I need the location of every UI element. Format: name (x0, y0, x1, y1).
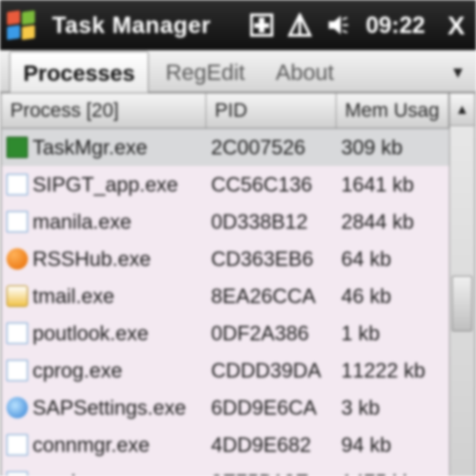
process-pid: 2C007526 (206, 136, 337, 159)
vertical-scrollbar[interactable]: ▲ (449, 93, 474, 476)
process-icon (7, 323, 28, 344)
process-mem: 64 kb (337, 247, 449, 271)
app-title: Task Manager (52, 12, 211, 39)
tab-about[interactable]: About (262, 50, 348, 92)
process-icon (7, 211, 28, 232)
scroll-up-button[interactable]: ▲ (450, 93, 474, 126)
process-name: RSSHub.exe (33, 247, 151, 271)
table-row[interactable]: SIPGT_app.exeCC56C1361641 kb (2, 166, 449, 203)
signal-icon[interactable] (286, 11, 314, 39)
process-name: connmgr.exe (33, 433, 150, 456)
table-row[interactable]: services.exe0E75B10E1475 kb (2, 463, 449, 476)
process-list-area: Process [20] PID Mem Usag TaskMgr.exe2C0… (0, 93, 476, 476)
process-pid: 0E75B10E (206, 470, 337, 476)
process-icon (7, 360, 28, 381)
process-pid: CDDD39DA (206, 359, 337, 382)
svg-line-8 (343, 31, 347, 33)
process-name: tmail.exe (33, 284, 114, 308)
system-titlebar: Task Manager 09:22 X (0, 0, 476, 50)
speaker-icon[interactable] (324, 11, 352, 39)
process-icon (7, 285, 28, 307)
process-mem: 1 kb (337, 322, 449, 345)
process-rows: TaskMgr.exe2C007526309 kbSIPGT_app.exeCC… (2, 129, 449, 476)
process-pid: 0DF2A386 (206, 322, 337, 345)
process-mem: 309 kb (337, 136, 449, 159)
process-pid: 8EA26CCA (206, 284, 337, 308)
network-h-icon[interactable] (248, 11, 276, 39)
process-name: cprog.exe (33, 359, 122, 382)
scroll-thumb[interactable] (452, 276, 472, 331)
process-name: SIPGT_app.exe (33, 173, 178, 196)
process-mem: 1641 kb (337, 173, 449, 196)
process-mem: 3 kb (337, 396, 449, 419)
table-row[interactable]: manila.exe0D338B122844 kb (2, 203, 449, 240)
process-mem: 2844 kb (337, 210, 449, 233)
start-button[interactable] (0, 0, 42, 50)
process-name: manila.exe (33, 210, 132, 233)
process-mem: 11222 kb (337, 359, 449, 382)
process-icon (7, 471, 28, 476)
windows-logo-icon (7, 11, 35, 39)
process-mem: 1475 kb (337, 470, 449, 476)
process-pid: 0D338B12 (206, 210, 337, 233)
process-icon (7, 434, 28, 456)
process-pid: CD363EB6 (206, 247, 337, 271)
col-pid[interactable]: PID (206, 93, 337, 128)
table-row[interactable]: TaskMgr.exe2C007526309 kb (2, 129, 449, 166)
table-row[interactable]: tmail.exe8EA26CCA46 kb (2, 278, 449, 315)
process-icon (7, 174, 28, 195)
clock[interactable]: 09:22 (362, 12, 429, 39)
column-headers: Process [20] PID Mem Usag (2, 93, 449, 129)
process-icon (7, 397, 28, 418)
process-name: SAPSettings.exe (33, 396, 186, 419)
tab-strip: Processes RegEdit About ▼ (0, 50, 476, 93)
table-row[interactable]: connmgr.exe4DD9E68294 kb (2, 426, 449, 463)
table-row[interactable]: SAPSettings.exe6DD9E6CA3 kb (2, 389, 449, 426)
svg-marker-5 (329, 16, 341, 34)
svg-line-6 (343, 18, 347, 20)
table-row[interactable]: RSSHub.exeCD363EB664 kb (2, 240, 449, 278)
table-row[interactable]: cprog.exeCDDD39DA11222 kb (2, 352, 449, 389)
close-button[interactable]: X (439, 10, 471, 40)
process-name: services.exe (33, 470, 146, 476)
tab-overflow-menu[interactable]: ▼ (444, 63, 471, 92)
process-name: poutlook.exe (33, 322, 149, 345)
process-name: TaskMgr.exe (33, 136, 147, 159)
process-pid: 4DD9E682 (206, 433, 337, 456)
svg-rect-2 (254, 23, 269, 28)
col-process[interactable]: Process [20] (2, 93, 206, 128)
process-pid: CC56C136 (206, 173, 337, 196)
process-icon (7, 248, 28, 270)
scroll-track[interactable] (450, 126, 474, 476)
col-mem[interactable]: Mem Usag (337, 93, 449, 128)
process-pid: 6DD9E6CA (206, 396, 337, 419)
tab-processes[interactable]: Processes (9, 51, 149, 93)
table-row[interactable]: poutlook.exe0DF2A3861 kb (2, 315, 449, 352)
process-mem: 94 kb (337, 433, 449, 456)
process-mem: 46 kb (337, 284, 449, 308)
tab-regedit[interactable]: RegEdit (152, 50, 259, 92)
process-icon (7, 137, 28, 158)
